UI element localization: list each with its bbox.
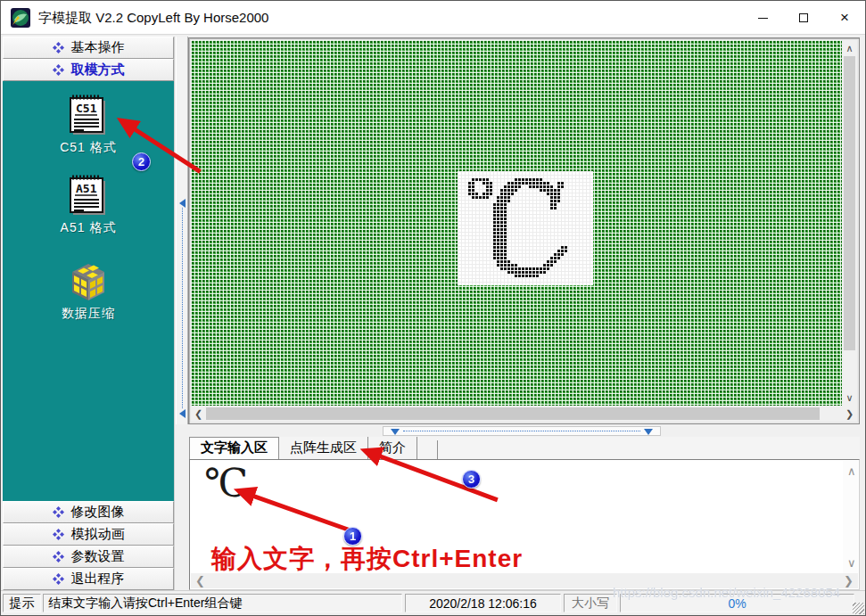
tab-intro[interactable]: 简介 (368, 437, 417, 459)
scroll-right-icon[interactable]: ❯ (842, 407, 857, 420)
status-bar: 提示 结束文字输入请按Ctrl+Enter组合键 2020/2/18 12:06… (1, 590, 865, 615)
tool-panel: C51 C51 格式 A51 (3, 81, 174, 501)
sidebar-item-modify-image[interactable]: 修改图像 (3, 501, 174, 523)
collapse-down-icon[interactable] (391, 429, 400, 435)
sidebar-item-label: 修改图像 (71, 504, 125, 521)
sidebar-item-label: 基本操作 (71, 39, 125, 56)
scroll-left-icon[interactable]: ❮ (195, 574, 205, 587)
collapse-left-icon[interactable] (179, 199, 186, 208)
text-input-area[interactable]: ℃ 输入文字，再按Ctrl+Enter ∧ ∨ ❮ ❯ (189, 459, 860, 590)
step-badge-3: 3 (462, 470, 481, 489)
collapse-left-icon[interactable] (179, 409, 186, 418)
collapse-down-icon[interactable] (644, 429, 653, 435)
sidebar-item-label: 模拟动画 (71, 526, 125, 543)
maximize-button[interactable] (783, 1, 824, 35)
vertical-splitter[interactable] (176, 37, 188, 424)
status-hint-label: 提示 (3, 594, 41, 612)
tab-label: 文字输入区 (201, 439, 268, 456)
sidebar-item-simulate-animation[interactable]: 模拟动画 (3, 523, 174, 546)
input-text-value: ℃ (204, 460, 248, 505)
input-vertical-scrollbar[interactable]: ∧ ∨ (843, 461, 858, 573)
bitmap-workspace: ∧ ∨ ❮ ❯ (188, 37, 860, 424)
sidebar-item-label: 参数设置 (71, 548, 125, 565)
tool-label: C51 格式 (60, 140, 117, 156)
step-badge-2: 2 (132, 152, 151, 171)
sidebar-item-extraction-mode[interactable]: 取模方式 (3, 59, 174, 81)
sidebar-item-basic-operations[interactable]: 基本操作 (3, 37, 174, 59)
sidebar-item-parameter-settings[interactable]: 参数设置 (3, 546, 174, 568)
tool-label: 数据压缩 (62, 306, 115, 322)
title-bar: 字模提取 V2.2 CopyLeft By Horse2000 × (1, 1, 865, 35)
splitter-dotted-line (182, 208, 183, 408)
bottom-tab-bar: 文字输入区 点阵生成区 简介 (189, 437, 860, 459)
tab-divider (437, 440, 438, 459)
tool-label: A51 格式 (61, 220, 117, 236)
input-horizontal-scrollbar[interactable]: ❮ ❯ (191, 573, 858, 588)
sidebar-item-label: 退出程序 (71, 571, 125, 587)
app-logo-icon (10, 7, 31, 29)
tutorial-hint-text: 输入文字，再按Ctrl+Enter (211, 542, 523, 576)
glyph-canvas[interactable] (458, 171, 593, 285)
bitmap-canvas (458, 171, 593, 285)
four-diamonds-icon (53, 42, 64, 53)
sidebar-item-exit-program[interactable]: 退出程序 (3, 568, 174, 590)
tab-label: 简介 (379, 439, 406, 456)
horizontal-splitter[interactable] (383, 426, 661, 436)
step-badge-1: 1 (343, 527, 362, 546)
c51-notepad-icon: C51 (68, 94, 109, 136)
svg-text:C51: C51 (76, 102, 97, 115)
status-datetime: 2020/2/18 12:06:16 (405, 594, 561, 612)
four-diamonds-icon (53, 551, 64, 563)
sidebar-item-label: 取模方式 (71, 62, 125, 78)
tool-data-compress[interactable]: 数据压缩 (62, 261, 115, 322)
minimize-icon (758, 18, 768, 19)
a51-notepad-icon: A51 (68, 174, 109, 217)
status-message: 结束文字输入请按Ctrl+Enter组合键 (43, 594, 402, 612)
tab-dot-matrix-output[interactable]: 点阵生成区 (279, 437, 368, 459)
window-title: 字模提取 V2.2 CopyLeft By Horse2000 (38, 1, 268, 35)
pixel-grid[interactable] (191, 40, 842, 406)
tool-c51-format[interactable]: C51 C51 格式 (60, 94, 117, 156)
scroll-up-icon[interactable]: ∧ (847, 464, 856, 478)
app-window: 字模提取 V2.2 CopyLeft By Horse2000 × 基本操作 取… (0, 0, 866, 616)
resize-grip-icon[interactable] (853, 603, 864, 614)
tool-a51-format[interactable]: A51 A51 格式 (61, 174, 117, 236)
minimize-button[interactable] (742, 1, 783, 35)
status-progress: 0% (620, 594, 854, 612)
scroll-thumb[interactable] (206, 407, 820, 420)
four-diamonds-icon (53, 64, 64, 76)
sidebar: 基本操作 取模方式 C51 C51 格式 (3, 37, 175, 590)
main-vertical-scrollbar[interactable]: ∧ ∨ (842, 40, 857, 406)
scroll-up-icon[interactable]: ∧ (842, 42, 857, 54)
four-diamonds-icon (53, 506, 64, 518)
scroll-down-icon[interactable]: ∨ (842, 391, 857, 404)
status-caps-indicator: 大小写 (564, 594, 617, 612)
four-diamonds-icon (53, 529, 64, 540)
main-horizontal-scrollbar[interactable]: ❮ ❯ (191, 406, 857, 422)
tab-text-input[interactable]: 文字输入区 (189, 437, 279, 459)
splitter-dotted-line (403, 431, 640, 431)
maximize-icon (799, 13, 808, 22)
scroll-thumb[interactable] (844, 56, 855, 350)
cube-icon (62, 261, 114, 302)
tab-label: 点阵生成区 (290, 439, 357, 456)
scroll-down-icon[interactable]: ∨ (847, 556, 856, 570)
svg-text:A51: A51 (76, 182, 97, 195)
scroll-right-icon[interactable]: ❯ (844, 574, 854, 587)
scroll-left-icon[interactable]: ❮ (191, 407, 206, 420)
close-button[interactable]: × (824, 1, 865, 35)
four-diamonds-icon (53, 573, 64, 585)
